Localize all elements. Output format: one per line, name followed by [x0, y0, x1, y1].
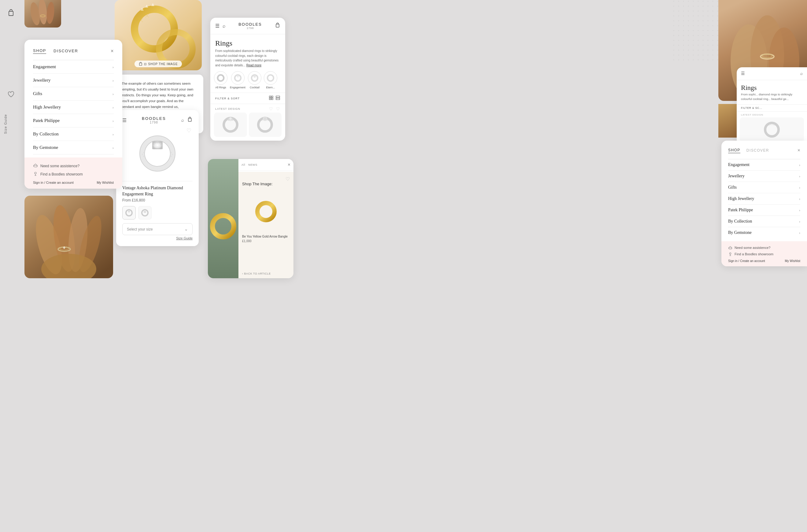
bangle-product-svg: [255, 195, 277, 228]
heart-icon-1[interactable]: ♡: [269, 107, 273, 111]
nav-footer-links: Sign in / Create an account My Wishlist: [33, 181, 114, 184]
nav-item-engagement[interactable]: Engagement ›: [33, 60, 114, 74]
chevron-icon-4: ›: [113, 118, 114, 123]
tab-shop-2[interactable]: SHOP: [728, 148, 741, 153]
tab-shop[interactable]: SHOP: [33, 48, 46, 54]
nav2-gifts[interactable]: Gifts›: [728, 182, 800, 193]
sign-in-link[interactable]: Sign in / Create an account: [33, 181, 74, 184]
pin-icon: [33, 171, 38, 177]
partial-search-icon[interactable]: ⌕: [800, 71, 803, 76]
brand-year: 1798: [142, 121, 166, 124]
ring-type-engagement[interactable]: Engagement: [230, 71, 246, 89]
svg-point-51: [267, 75, 274, 81]
nav-menu-list-2: Engagement› Jewellery› Gifts› High Jewel…: [728, 159, 800, 238]
product-heart-icon[interactable]: ♡: [187, 127, 191, 134]
svg-point-94: [212, 215, 234, 237]
back-to-article-link[interactable]: ‹ BACK TO ARTICLE: [242, 272, 271, 275]
nav2-high-jewellery[interactable]: High Jewellery›: [728, 193, 800, 205]
nav-menu-list: Engagement › Jewellery › Gifts › High Je…: [33, 60, 114, 154]
shop-image-btn[interactable]: ⊡ SHOP THE IMAGE: [115, 60, 202, 67]
nav-item-patek[interactable]: Patek Philippe ›: [33, 114, 114, 128]
size-guide-link[interactable]: Size Guide: [176, 236, 193, 240]
tab-discover[interactable]: DISCOVER: [54, 49, 78, 54]
menu-icon-sm[interactable]: ☰: [122, 117, 127, 123]
showroom-2[interactable]: Find a Boodles showroom: [728, 252, 800, 256]
partial-filter-label[interactable]: FILTER & SC...: [741, 107, 762, 110]
read-more-link[interactable]: Read more: [246, 63, 261, 67]
svg-rect-21: [188, 118, 191, 121]
heart-icon-panel[interactable]: ♡: [286, 176, 290, 182]
article-close-icon[interactable]: ×: [288, 162, 290, 168]
filter-sort-bar: FILTER & SORT: [210, 93, 285, 104]
list-view-icon[interactable]: [275, 95, 280, 101]
nav-item-jewellery[interactable]: Jewellery ›: [33, 74, 114, 87]
showroom-item[interactable]: Find a Boodles showroom: [33, 171, 114, 177]
nav2-engagement[interactable]: Engagement›: [728, 159, 800, 171]
nav-item-high-jewellery[interactable]: High Jewellery ›: [33, 100, 114, 114]
grid-view-icon[interactable]: [269, 95, 274, 101]
product-title: Vintage Ashoka Platinum DiamondEngagemen…: [122, 185, 193, 197]
search-icon-sm[interactable]: ⌕: [181, 118, 184, 123]
nav-footer: Need some assistence? Find a Boodles sho…: [24, 157, 122, 189]
ring-type-eternity[interactable]: Etern...: [264, 71, 277, 89]
nav2-jewellery[interactable]: Jewellery›: [728, 171, 800, 182]
mobile-menu-icon[interactable]: ☰: [215, 23, 219, 29]
nav2-by-gemstone[interactable]: By Gemstone›: [728, 227, 800, 238]
heart-icon-2[interactable]: ♡: [276, 107, 280, 111]
mobile-search-icon[interactable]: ⌕: [223, 23, 226, 29]
nav-close-btn-2[interactable]: ×: [797, 147, 800, 153]
mobile-brand: BOODLES 1798: [226, 22, 275, 30]
partial-latest-label: LATEST DESIGN: [741, 113, 763, 116]
wishlist-heart-icon[interactable]: [7, 91, 15, 99]
hat-icon: [33, 163, 38, 169]
cart-icon-sm[interactable]: [187, 117, 193, 124]
ring-type-cocktail[interactable]: Cocktail: [248, 71, 261, 89]
svg-point-60: [227, 119, 230, 121]
partial-rings-heading: Rings: [737, 80, 807, 92]
wishlist-link[interactable]: My Wishlist: [97, 181, 114, 184]
cart-icon[interactable]: [7, 8, 15, 18]
nav-item-by-gemstone[interactable]: By Gemstone ›: [33, 141, 114, 154]
size-guide-label[interactable]: Size Guide: [4, 114, 7, 134]
mobile-cart-icon[interactable]: [275, 23, 280, 30]
ring-product-1[interactable]: [214, 113, 247, 137]
partial-ring-product[interactable]: [740, 117, 804, 142]
article-bg-photo: [208, 159, 238, 278]
rings-product-card: ☰ BOODLES 1798 ⌕: [116, 110, 199, 246]
product-thumb-2[interactable]: [138, 206, 152, 220]
chevron-icon-1: ›: [113, 78, 114, 83]
svg-point-20: [35, 172, 36, 174]
wishlist-link-2[interactable]: My Wishlist: [785, 259, 800, 263]
svg-point-40: [171, 156, 172, 157]
size-select[interactable]: Select your size ⌄: [122, 223, 193, 235]
nav2-patek[interactable]: Patek Philippe›: [728, 205, 800, 216]
nav-item-gifts[interactable]: Gifts ›: [33, 87, 114, 100]
assistance-item[interactable]: Need some assistence?: [33, 163, 114, 169]
nav-tabs: SHOP DISCOVER ×: [33, 48, 114, 54]
ring-type-all[interactable]: All Rings: [214, 71, 227, 89]
news-label[interactable]: NEWS: [248, 163, 257, 166]
chevron-icon-3: ›: [113, 105, 114, 110]
nav-close-btn[interactable]: ×: [111, 48, 114, 54]
size-chevron-icon: ⌄: [184, 227, 188, 232]
svg-rect-48: [237, 76, 239, 77]
tab-discover-2[interactable]: DISCOVER: [747, 148, 769, 153]
product-thumb-1[interactable]: [122, 206, 136, 220]
pin-icon-2: [728, 252, 732, 256]
sign-in-link-2[interactable]: Sign in / Create an account: [728, 259, 765, 263]
svg-rect-45: [276, 24, 279, 27]
partial-menu-icon[interactable]: ☰: [741, 71, 745, 76]
bottom-article-mobile: All NEWS × Shop The Image: ♡ Be You Yell…: [208, 159, 293, 278]
all-label[interactable]: All: [242, 163, 245, 166]
svg-rect-57: [276, 98, 280, 100]
nav-item-by-collection[interactable]: By Collection ›: [33, 128, 114, 141]
svg-rect-18: [139, 63, 142, 65]
article-mobile-nav: All NEWS ×: [238, 159, 293, 171]
rings-page-mobile: ☰ ⌕ BOODLES 1798 Rings From sophisticate…: [210, 18, 285, 141]
ring-product-2[interactable]: [249, 113, 282, 137]
nav2-by-collection[interactable]: By Collection›: [728, 216, 800, 227]
svg-point-46: [218, 75, 224, 81]
svg-point-36: [142, 154, 143, 155]
assistance-2[interactable]: Need some assistence?: [728, 246, 800, 250]
shop-panel-heading: Shop The Image:: [242, 182, 290, 186]
